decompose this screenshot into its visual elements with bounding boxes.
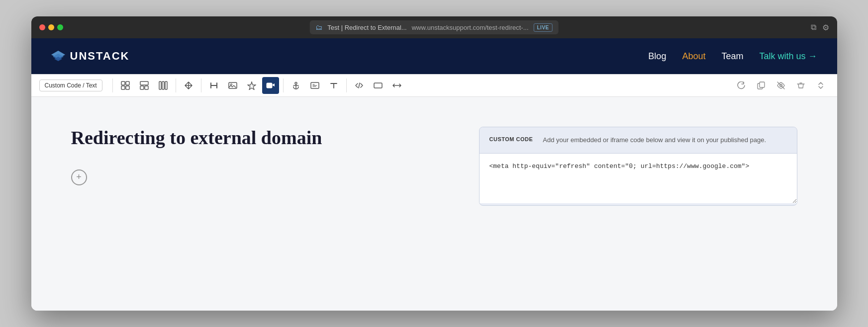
browser-window: 🗂 Test | Redirect to External... www.uns…: [31, 16, 837, 311]
grid-button[interactable]: [117, 77, 134, 94]
svg-rect-1: [126, 82, 129, 85]
separator-5: [346, 79, 347, 92]
fullscreen-button[interactable]: [57, 24, 63, 30]
close-button[interactable]: [39, 24, 45, 30]
live-badge: LIVE: [534, 23, 553, 32]
columns-button[interactable]: [155, 77, 172, 94]
svg-rect-5: [140, 86, 144, 89]
content-left: Redirecting to external domain +: [71, 127, 449, 185]
custom-code-input[interactable]: [480, 154, 797, 203]
traffic-lights: [39, 24, 63, 30]
page-url: www.unstacksupport.com/test-redirect-...: [412, 24, 529, 31]
page-title-address: Test | Redirect to External...: [327, 24, 406, 31]
layers-icon: 🗂: [315, 23, 322, 31]
text-button[interactable]: [325, 77, 342, 94]
svg-rect-2: [121, 86, 125, 89]
nav-talk[interactable]: Talk with us →: [759, 51, 817, 62]
svg-rect-0: [121, 82, 125, 85]
svg-rect-6: [145, 86, 148, 89]
separator-3: [201, 79, 201, 92]
hide-button[interactable]: [772, 77, 789, 94]
nav-team[interactable]: Team: [721, 51, 743, 62]
custom-code-description: Add your embedded or iframe code below a…: [543, 135, 766, 145]
layout-button[interactable]: [136, 77, 153, 94]
toolbar: Custom Code / Text: [31, 74, 837, 97]
move-button[interactable]: [180, 77, 197, 94]
title-bar-actions: ⧉ ⚙: [811, 23, 829, 32]
page-content: Redirecting to external domain + CUSTOM …: [31, 97, 837, 311]
custom-code-panel: CUSTOM CODE Add your embedded or iframe …: [479, 127, 797, 206]
svg-rect-8: [162, 82, 164, 89]
nav-header: UNSTACK Blog About Team Talk with us →: [31, 38, 837, 74]
separator-4: [283, 79, 284, 92]
code-button[interactable]: [351, 77, 368, 94]
settings-icon[interactable]: ⚙: [822, 23, 829, 32]
nav-about[interactable]: About: [682, 51, 705, 62]
separator-1: [112, 79, 113, 92]
plus-icon: +: [76, 172, 82, 182]
svg-rect-7: [159, 82, 161, 89]
title-bar: 🗂 Test | Redirect to External... www.uns…: [31, 16, 837, 38]
address-bar[interactable]: 🗂 Test | Redirect to External... www.uns…: [309, 20, 559, 34]
svg-rect-15: [374, 83, 382, 88]
custom-code-label: CUSTOM CODE: [489, 135, 533, 142]
duplicate-button[interactable]: [753, 77, 770, 94]
toolbar-right: [733, 77, 829, 94]
logo-icon: [51, 51, 65, 62]
nav-blog[interactable]: Blog: [648, 51, 666, 62]
delete-button[interactable]: [792, 77, 809, 94]
svg-rect-4: [140, 82, 148, 85]
image-button[interactable]: [224, 77, 241, 94]
anchor-button[interactable]: [288, 77, 304, 94]
expand-collapse-button[interactable]: [812, 77, 829, 94]
add-section-button[interactable]: +: [71, 169, 87, 185]
logo-text: UNSTACK: [70, 50, 130, 63]
section-type-label: Custom Code / Text: [39, 80, 102, 91]
heading-button[interactable]: [205, 77, 222, 94]
svg-rect-12: [267, 83, 272, 88]
svg-rect-9: [165, 82, 167, 89]
shape-button[interactable]: [243, 77, 260, 94]
window-copy-icon[interactable]: ⧉: [811, 23, 816, 32]
custom-code-header: CUSTOM CODE Add your embedded or iframe …: [480, 127, 797, 154]
svg-rect-17: [760, 82, 765, 87]
refresh-button[interactable]: [733, 77, 750, 94]
video-button[interactable]: [262, 77, 279, 94]
textbox-button[interactable]: [306, 77, 323, 94]
separator-2: [176, 79, 176, 92]
nav-links: Blog About Team Talk with us →: [648, 51, 817, 62]
page-heading: Redirecting to external domain: [71, 127, 449, 150]
logo-area: UNSTACK: [51, 50, 130, 63]
minimize-button[interactable]: [48, 24, 54, 30]
expand-width-button[interactable]: [388, 77, 405, 94]
svg-rect-3: [126, 86, 129, 89]
box-button[interactable]: [370, 77, 386, 94]
svg-point-11: [230, 84, 232, 85]
custom-code-section: CUSTOM CODE Add your embedded or iframe …: [479, 127, 797, 206]
